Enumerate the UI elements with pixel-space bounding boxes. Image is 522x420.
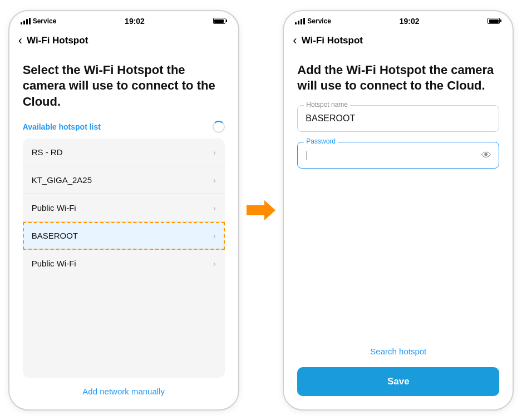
- service-label-2: Service: [307, 17, 331, 25]
- service-label-1: Service: [33, 17, 57, 25]
- network-item-2[interactable]: Public Wi-Fi ›: [23, 194, 225, 222]
- screen2-phone: Service 19:02 ‹ Wi-Fi Hotspot Add the Wi…: [283, 10, 514, 411]
- network-name-2: Public Wi-Fi: [32, 203, 76, 213]
- password-input[interactable]: [297, 142, 499, 169]
- password-input-wrapper: 👁: [297, 142, 499, 169]
- chevron-icon-1: ›: [213, 176, 216, 185]
- hotspot-name-input[interactable]: [297, 105, 499, 132]
- battery-icon-1: [213, 18, 227, 24]
- form-section: Hotspot name Password 👁: [297, 105, 499, 226]
- signal-bars-icon-2: [295, 18, 305, 24]
- screen1-phone: Service 19:02 ‹ Wi-Fi Hotspot Select the…: [8, 10, 239, 411]
- content-1: Select the Wi-Fi Hotspot the camera will…: [9, 53, 238, 409]
- network-list: RS - RD › KT_GIGA_2A25 › Public Wi-Fi › …: [23, 139, 225, 377]
- nav-title-2: Wi-Fi Hotspot: [302, 35, 363, 46]
- nav-bar-2: ‹ Wi-Fi Hotspot: [284, 29, 513, 53]
- section-header-1: Available hotspot list: [23, 121, 225, 133]
- add-network-button[interactable]: Add network manually: [23, 387, 225, 401]
- hotspot-field-label: Hotspot name: [304, 101, 350, 108]
- network-item-3[interactable]: BASEROOT ›: [23, 222, 225, 250]
- chevron-icon-0: ›: [213, 148, 216, 157]
- search-hotspot-link[interactable]: Search hotspot: [297, 347, 499, 356]
- hotspot-field-wrapper: Hotspot name: [297, 105, 499, 132]
- nav-title-1: Wi-Fi Hotspot: [27, 35, 88, 46]
- back-button-1[interactable]: ‹: [18, 33, 22, 48]
- network-item-4[interactable]: Public Wi-Fi ›: [23, 250, 225, 277]
- save-button[interactable]: Save: [297, 367, 499, 396]
- headline-2: Add the Wi-Fi Hotspot the camera will us…: [297, 62, 499, 94]
- network-item-1[interactable]: KT_GIGA_2A25 ›: [23, 166, 225, 194]
- content-2: Add the Wi-Fi Hotspot the camera will us…: [284, 53, 513, 409]
- signal-area-2: Service: [295, 17, 331, 25]
- battery-icon-2: [487, 18, 501, 24]
- headline-1: Select the Wi-Fi Hotspot the camera will…: [23, 62, 225, 110]
- network-name-0: RS - RD: [32, 147, 63, 157]
- arrow-icon: [247, 198, 275, 223]
- section-title-1: Available hotspot list: [23, 122, 101, 131]
- signal-area-1: Service: [21, 17, 57, 25]
- main-container: Service 19:02 ‹ Wi-Fi Hotspot Select the…: [0, 0, 522, 420]
- eye-icon[interactable]: 👁: [481, 149, 491, 161]
- nav-bar-1: ‹ Wi-Fi Hotspot: [9, 29, 238, 53]
- loading-spinner-1: [213, 121, 225, 133]
- network-name-3: BASEROOT: [32, 231, 78, 240]
- chevron-icon-2: ›: [213, 204, 216, 213]
- chevron-icon-3: ›: [213, 231, 216, 240]
- password-field-wrapper: Password 👁: [297, 142, 499, 169]
- status-bar-2: Service 19:02: [284, 11, 513, 29]
- signal-bars-icon-1: [21, 18, 31, 24]
- network-name-1: KT_GIGA_2A25: [32, 175, 92, 185]
- time-label-1: 19:02: [125, 17, 145, 26]
- status-bar-1: Service 19:02: [9, 11, 238, 29]
- network-name-4: Public Wi-Fi: [32, 259, 76, 268]
- back-button-2[interactable]: ‹: [293, 33, 297, 48]
- arrow-container: [244, 198, 278, 223]
- network-item-0[interactable]: RS - RD ›: [23, 139, 225, 166]
- password-field-label: Password: [304, 137, 338, 145]
- time-label-2: 19:02: [400, 17, 420, 26]
- chevron-icon-4: ›: [213, 259, 216, 268]
- spacer: [297, 226, 499, 347]
